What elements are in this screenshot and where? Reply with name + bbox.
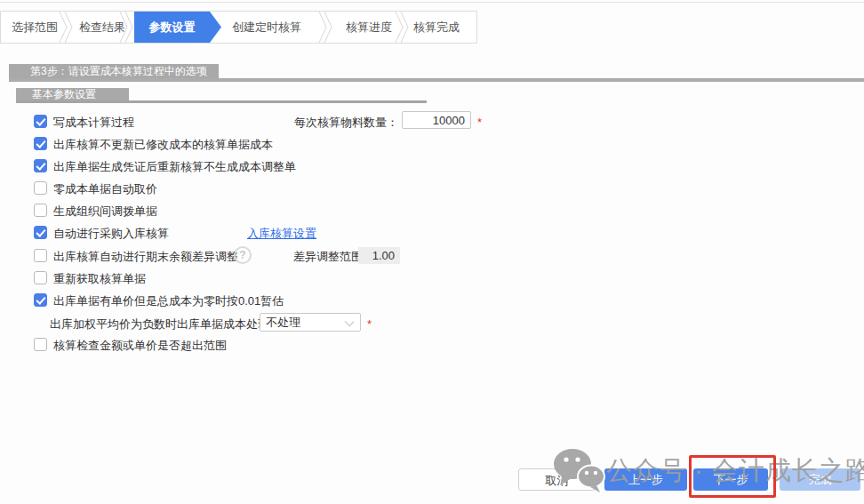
help-icon[interactable]: ? (234, 246, 252, 264)
checkbox-estimate-001[interactable] (34, 293, 47, 307)
required-asterisk: * (367, 317, 372, 331)
checkbox-no-update-modified[interactable] (34, 137, 47, 150)
option-label: 零成本单据自动取价 (53, 181, 157, 197)
negative-cost-select[interactable]: 不处理 (260, 313, 361, 332)
top-divider (0, 2, 864, 3)
option-label: 出库单据有单价但是总成本为零时按0.01暂估 (53, 293, 284, 309)
option-row: 出库核算自动进行期末余额差异调整 ? 差异调整范围 1.00 (0, 249, 864, 264)
wizard-steps: 选择范围 检查结果 参数设置 创建定时核算 核算进度 核算完成 (0, 11, 477, 44)
option-label: 核算检查金额或单价是否超出范围 (53, 338, 227, 354)
chevron-separator-icon (58, 12, 74, 46)
sub-option-row: 出库加权平均价为负数时出库单据成本处理 不处理 * (0, 316, 864, 332)
negative-cost-label: 出库加权平均价为负数时出库单据成本处理 (50, 316, 269, 332)
material-qty-input[interactable] (402, 111, 471, 129)
option-row: 出库单据生成凭证后重新核算不生成成本调整单 (0, 159, 864, 174)
option-label: 生成组织间调拨单据 (53, 204, 157, 220)
option-row: 零成本单据自动取价 (0, 181, 864, 196)
option-label: 出库单据生成凭证后重新核算不生成成本调整单 (53, 159, 296, 175)
option-row: 生成组织间调拨单据 (0, 204, 864, 219)
checkbox-no-adjust-after-voucher[interactable] (34, 159, 47, 172)
checkbox-refetch-docs[interactable] (34, 271, 47, 284)
step-progress[interactable]: 核算进度 (346, 12, 392, 43)
step-create-schedule[interactable]: 创建定时核算 (232, 12, 301, 43)
option-label: 出库核算自动进行期末余额差异调整 (53, 249, 238, 265)
step-parameter-settings[interactable]: 参数设置 (134, 12, 221, 43)
step-header: 第3步：请设置成本核算过程中的选项 (9, 64, 219, 78)
checkbox-check-amount-range[interactable] (34, 338, 47, 351)
finish-button[interactable]: 完成 (780, 468, 860, 491)
chevron-separator-icon (317, 12, 333, 46)
prev-step-button[interactable]: 上一步 (604, 468, 687, 491)
next-step-button[interactable]: 下一步 (693, 468, 768, 491)
checkbox-auto-purchase-inbound[interactable] (34, 226, 47, 239)
option-row: 出库单据有单价但是总成本为零时按0.01暂估 (0, 293, 864, 308)
chevron-separator-icon (394, 12, 410, 46)
inbound-settings-link[interactable]: 入库核算设置 (247, 226, 316, 242)
select-value: 不处理 (266, 316, 300, 329)
checkbox-gen-interorg-transfer[interactable] (34, 204, 47, 217)
diff-range-label: 差异调整范围 (293, 249, 363, 265)
step-select-range[interactable]: 选择范围 (12, 12, 58, 43)
cancel-button[interactable]: 取消 (518, 468, 596, 491)
checkbox-write-cost-process[interactable] (34, 115, 47, 128)
diff-range-value: 1.00 (358, 247, 400, 264)
checkbox-auto-period-diff-adjust[interactable] (34, 249, 47, 262)
material-qty-label: 每次核算物料数量： (293, 115, 398, 131)
required-asterisk: * (477, 116, 482, 129)
option-row: 自动进行采购入库核算 入库核算设置 (0, 226, 864, 241)
step-complete[interactable]: 核算完成 (413, 12, 460, 43)
option-row: 重新获取核算单据 (0, 271, 864, 286)
option-label: 重新获取核算单据 (53, 271, 146, 287)
step-header-underline (9, 78, 864, 82)
option-row: 核算检查金额或单价是否超出范围 (0, 338, 864, 353)
checkbox-zero-cost-auto-price[interactable] (34, 181, 47, 195)
chevron-separator-icon (118, 12, 134, 46)
section-underline (16, 100, 427, 103)
option-label: 写成本计算过程 (53, 115, 134, 131)
option-label: 出库核算不更新已修改成本的核算单据成本 (53, 137, 273, 153)
chevron-down-icon (345, 317, 355, 327)
cost-accounting-wizard: 选择范围 检查结果 参数设置 创建定时核算 核算进度 核算完成 第3步：请设置成… (0, 0, 864, 504)
option-row: 出库核算不更新已修改成本的核算单据成本 (0, 137, 864, 152)
option-row: 写成本计算过程 每次核算物料数量： * (0, 115, 864, 130)
section-title: 基本参数设置 (16, 88, 129, 100)
option-label: 自动进行采购入库核算 (53, 226, 169, 242)
